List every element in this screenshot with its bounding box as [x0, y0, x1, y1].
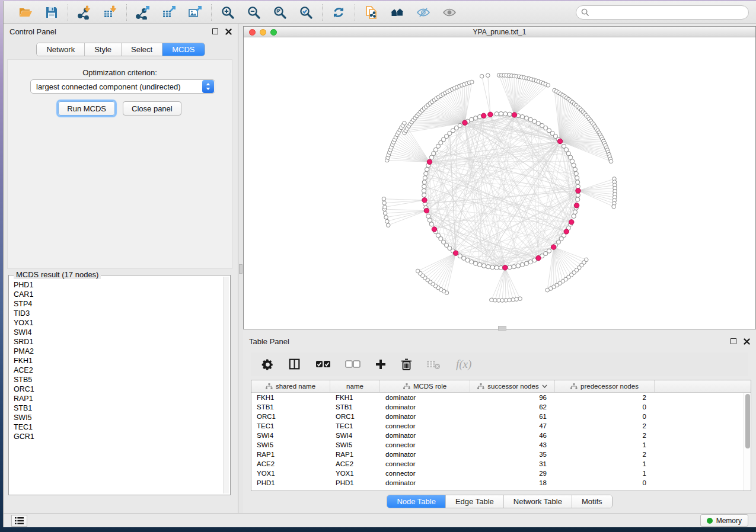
- unselect-all-checkbox-icon[interactable]: [345, 357, 361, 372]
- import-table-icon[interactable]: [103, 5, 118, 20]
- mcds-result-item[interactable]: YOX1: [10, 318, 222, 328]
- export-image-icon[interactable]: [187, 5, 203, 20]
- window-maximize-icon[interactable]: [270, 29, 277, 36]
- zoom-out-icon[interactable]: [246, 5, 261, 20]
- export-network-icon[interactable]: [135, 5, 151, 20]
- mcds-node[interactable]: [453, 251, 458, 255]
- search-input[interactable]: [576, 5, 749, 20]
- zoom-fit-icon[interactable]: [272, 5, 288, 20]
- mcds-node[interactable]: [462, 120, 467, 125]
- table-row[interactable]: TEC1TEC1connector472: [251, 421, 751, 431]
- column-header-predecessor-nodes[interactable]: predecessor nodes: [555, 380, 655, 392]
- mcds-result-item[interactable]: TEC1: [10, 422, 222, 432]
- mcds-node[interactable]: [551, 245, 556, 249]
- table-scrollbar-thumb[interactable]: [745, 394, 750, 448]
- tab-motifs[interactable]: Motifs: [572, 495, 612, 508]
- mcds-result-item[interactable]: SWI5: [10, 413, 222, 422]
- table-row[interactable]: SWI5SWI5connector431: [251, 440, 751, 450]
- mcds-node[interactable]: [427, 159, 432, 164]
- close-table-panel-icon[interactable]: [744, 338, 750, 345]
- mcds-node[interactable]: [503, 265, 508, 270]
- run-mcds-button[interactable]: Run MCDS: [58, 101, 115, 116]
- duplicate-network-icon[interactable]: [363, 5, 379, 20]
- tab-node-table[interactable]: Node Table: [387, 495, 446, 508]
- show-column-icon[interactable]: [288, 357, 301, 372]
- table-row[interactable]: YOX1YOX1connector291: [251, 469, 751, 478]
- vertical-splitter-handle[interactable]: [239, 264, 243, 274]
- show-all-icon[interactable]: [442, 5, 457, 20]
- zoom-in-icon[interactable]: [220, 5, 235, 20]
- vertical-splitter[interactable]: [238, 24, 243, 513]
- mcds-result-list[interactable]: PHD1CAR1STP4TID3YOX1SWI4SRD1PMA2FKH1ACE2…: [10, 280, 222, 493]
- mcds-node[interactable]: [481, 113, 486, 118]
- mcds-result-item[interactable]: FKH1: [10, 356, 222, 366]
- mcds-result-item[interactable]: PHD1: [10, 280, 222, 290]
- hide-selected-icon[interactable]: [416, 5, 431, 20]
- horizontal-splitter[interactable]: [243, 329, 756, 334]
- tab-select[interactable]: Select: [122, 43, 162, 56]
- optimization-criterion-select[interactable]: largest connected component (undirected): [30, 79, 215, 94]
- column-header-successor-nodes[interactable]: successor nodes: [470, 380, 555, 392]
- table-row[interactable]: RAP1RAP1dominator352: [251, 450, 751, 459]
- table-scrollbar-track[interactable]: [744, 393, 751, 491]
- mcds-node[interactable]: [432, 227, 436, 232]
- mcds-node[interactable]: [422, 198, 427, 203]
- import-network-icon[interactable]: [76, 5, 92, 20]
- column-header-name[interactable]: name: [330, 380, 380, 392]
- float-table-panel-icon[interactable]: [731, 338, 736, 344]
- mcds-result-item[interactable]: ORC1: [10, 384, 222, 394]
- window-minimize-icon[interactable]: [260, 29, 266, 36]
- mcds-result-item[interactable]: SRD1: [10, 337, 222, 347]
- mcds-result-item[interactable]: PMA2: [10, 347, 222, 356]
- mcds-result-item[interactable]: GCR1: [10, 432, 222, 441]
- table-row[interactable]: FKH1FKH1dominator962: [251, 393, 751, 402]
- zoom-selected-icon[interactable]: [298, 5, 314, 20]
- mcds-result-item[interactable]: SWI4: [10, 328, 222, 337]
- settings-gear-icon[interactable]: [261, 357, 274, 372]
- mcds-result-item[interactable]: STB5: [10, 375, 222, 384]
- mcds-node[interactable]: [569, 220, 574, 225]
- mcds-node[interactable]: [536, 256, 541, 261]
- mcds-result-item[interactable]: RAP1: [10, 394, 222, 403]
- mcds-node[interactable]: [557, 139, 562, 143]
- float-panel-icon[interactable]: [212, 28, 218, 34]
- horizontal-splitter-handle[interactable]: [498, 326, 506, 331]
- close-panel-button[interactable]: Close panel: [123, 101, 181, 116]
- table-row[interactable]: STB1STB1dominator620: [251, 402, 751, 412]
- network-graph[interactable]: [244, 37, 755, 329]
- mcds-result-item[interactable]: ACE2: [10, 366, 222, 375]
- table-row[interactable]: ORC1ORC1dominator610: [251, 412, 751, 421]
- table-row[interactable]: PHD1PHD1dominator180: [251, 478, 751, 488]
- close-panel-icon[interactable]: [225, 28, 232, 35]
- export-table-icon[interactable]: [161, 5, 177, 20]
- add-row-icon[interactable]: [375, 357, 387, 372]
- column-header-shared-name[interactable]: shared name: [251, 380, 330, 392]
- network-window-titlebar[interactable]: YPA_prune.txt_1: [244, 27, 755, 37]
- save-session-icon[interactable]: [44, 5, 59, 20]
- mcds-result-item[interactable]: TID3: [10, 309, 222, 318]
- mcds-node[interactable]: [488, 112, 493, 117]
- select-all-checkbox-icon[interactable]: [315, 357, 331, 372]
- mcds-node[interactable]: [424, 208, 429, 213]
- table-row[interactable]: SWI4SWI4dominator462: [251, 431, 751, 440]
- mcds-result-item[interactable]: CAR1: [10, 290, 222, 299]
- column-header-MCDS-role[interactable]: MCDS role: [380, 380, 470, 392]
- network-canvas[interactable]: [244, 37, 755, 329]
- tab-style[interactable]: Style: [85, 43, 122, 56]
- window-close-icon[interactable]: [249, 29, 256, 36]
- mcds-node[interactable]: [574, 203, 579, 208]
- tab-edge-table[interactable]: Edge Table: [446, 495, 504, 508]
- mcds-result-item[interactable]: STB1: [10, 403, 222, 413]
- table-row[interactable]: ACE2ACE2connector311: [251, 459, 751, 469]
- mcds-list-scrollbar[interactable]: [223, 277, 229, 493]
- mcds-node[interactable]: [564, 229, 569, 234]
- open-file-icon[interactable]: [18, 5, 33, 20]
- first-neighbors-icon[interactable]: [390, 5, 405, 20]
- refresh-layout-icon[interactable]: [331, 5, 346, 20]
- memory-button[interactable]: Memory: [700, 514, 748, 527]
- mcds-result-item[interactable]: STP4: [10, 299, 222, 309]
- tab-network[interactable]: Network: [37, 43, 85, 56]
- task-history-button[interactable]: [11, 515, 27, 527]
- tab-network-table[interactable]: Network Table: [504, 495, 572, 508]
- mcds-node[interactable]: [576, 188, 580, 193]
